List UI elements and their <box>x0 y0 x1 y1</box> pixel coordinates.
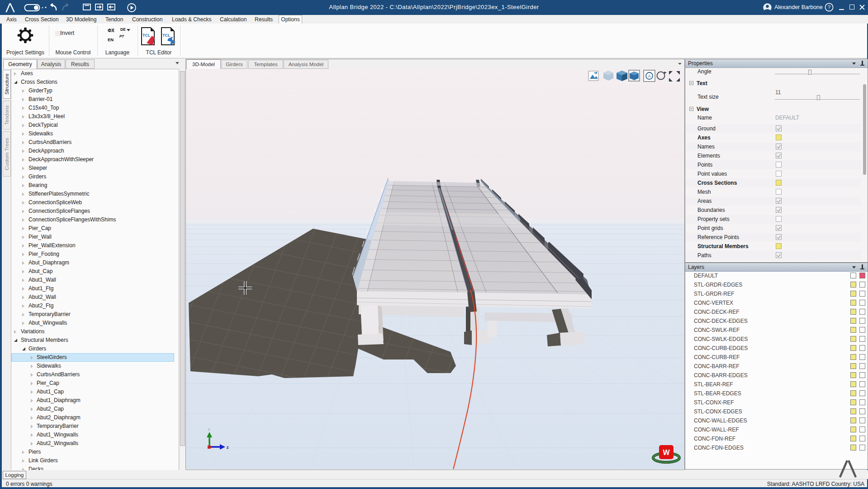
svg-text:z: z <box>227 445 229 450</box>
svg-text:W: W <box>663 449 670 456</box>
svg-text:TCL: TCL <box>142 33 151 38</box>
svg-text:TCL: TCL <box>162 33 171 38</box>
svg-text:?: ? <box>828 5 830 10</box>
svg-text:A: A <box>648 74 651 78</box>
svg-text:Y: Y <box>208 427 210 432</box>
